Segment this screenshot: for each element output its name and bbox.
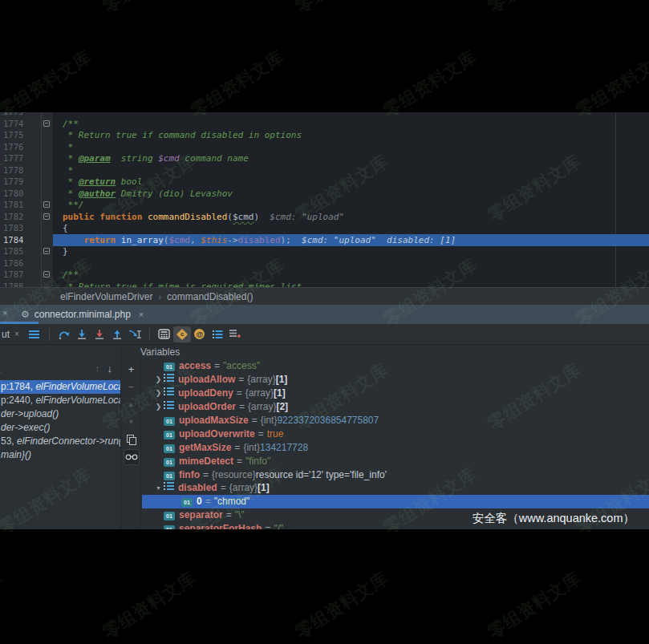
variable-value: 9223372036854775807	[277, 415, 379, 426]
move-watch-down-icon[interactable]: ▼	[124, 414, 140, 430]
new-watch-icon[interactable]: +	[124, 361, 140, 377]
stack-frame-row[interactable]: p:2440, elFinderVolumeLocalFil	[0, 394, 120, 407]
toolbar-separator	[149, 328, 150, 341]
run-to-cursor-icon[interactable]	[126, 326, 144, 342]
step-over-icon[interactable]	[55, 326, 73, 342]
line-number: 1778	[3, 164, 35, 176]
stack-frame-row[interactable]: main}()	[0, 448, 120, 462]
next-frame-icon[interactable]: ↓	[107, 363, 113, 375]
variable-value: [2]	[276, 401, 288, 412]
tab-connector-minimal-php[interactable]: ⚙ connector.minimal.php ×	[21, 305, 144, 324]
numeric-keys-toggle[interactable]	[209, 326, 226, 342]
hamburger-icon[interactable]	[26, 326, 43, 342]
variable-row[interactable]: ❯uploadAllow={array} [1]	[142, 373, 649, 387]
variable-row[interactable]: 010="chmod"	[142, 495, 649, 508]
primitive-value-icon: 01	[181, 496, 193, 507]
variable-row[interactable]: 01finfo={resource} resource id='12' type…	[142, 468, 649, 481]
expand-chevron-icon[interactable]: ▼	[153, 485, 164, 491]
watermark-tile: 零组资料文库	[290, 566, 392, 644]
variables-pane[interactable]: Variables 01access="access"❯uploadAllow=…	[142, 345, 649, 529]
stack-frame-row[interactable]: 53, elFinderConnector->run()	[0, 435, 120, 448]
fold-marker-icon[interactable]	[43, 213, 50, 220]
line-number: 1787	[3, 269, 35, 281]
watches-toolbar: +−▲▼	[122, 359, 141, 529]
superglobals-toggle[interactable]: @	[191, 326, 209, 342]
expand-chevron-icon[interactable]: ❯	[153, 389, 164, 397]
expand-chevron-icon[interactable]: ❯	[153, 375, 164, 383]
array-value-icon	[164, 387, 174, 399]
remove-watch-icon[interactable]: −	[124, 379, 140, 395]
add-to-watches-icon[interactable]	[226, 326, 244, 342]
code-editor[interactable]: 17731774/**1775 * Return true if command…	[0, 112, 649, 287]
step-into-icon[interactable]	[73, 326, 91, 342]
variable-row[interactable]: ❯uploadOrder={array} [2]	[142, 400, 649, 414]
variable-value: [1]	[258, 482, 270, 493]
variable-row[interactable]: 01mimeDetect="finfo"	[142, 454, 649, 468]
variable-row[interactable]: ❯uploadDeny={array} [1]	[142, 387, 649, 400]
step-out-icon[interactable]	[108, 326, 126, 342]
close-icon[interactable]: ×	[139, 310, 144, 319]
fold-marker-icon[interactable]	[43, 271, 50, 277]
previous-frame-icon[interactable]: ↑	[95, 363, 100, 375]
code-line: 1775 * Return true if command disabled i…	[0, 129, 649, 141]
line-number: 1777	[3, 152, 35, 164]
console-tab-fragment[interactable]: ut	[2, 329, 10, 340]
variable-row[interactable]: 01access="access"	[142, 359, 649, 373]
breadcrumb-method[interactable]: commandDisabled()	[167, 291, 253, 302]
watermark-tile: 零组资料文库	[98, 0, 200, 19]
array-value-icon	[164, 482, 174, 493]
stack-frame-row[interactable]: p:1784, elFinderVolumeLocalFi	[0, 380, 120, 394]
line-number: 1783	[3, 222, 35, 234]
variable-row[interactable]: 01uploadOverwrite=true	[142, 427, 649, 440]
variable-name: uploadOverwrite	[179, 428, 255, 439]
primitive-value-icon: 01	[164, 428, 175, 439]
evaluate-expression-icon[interactable]	[156, 326, 173, 342]
variable-value: {array}	[247, 374, 275, 385]
primitive-value-icon: 01	[164, 456, 175, 467]
variable-name: 0	[197, 496, 202, 507]
close-icon[interactable]: ×	[2, 308, 7, 318]
stack-frame-row[interactable]: der->exec()	[0, 421, 120, 435]
variable-value: "\"	[235, 509, 245, 520]
editor-tab-bar: × ⚙ connector.minimal.php ×	[0, 305, 649, 324]
primitive-value-icon: 01	[164, 415, 175, 426]
code-line: 1787/**	[0, 269, 649, 281]
line-number: 1781	[3, 199, 35, 211]
variable-row[interactable]: 01uploadMaxSize={int} 922337203685477580…	[142, 414, 649, 427]
breadcrumb: elFinderVolumeDriver › commandDisabled()	[0, 287, 649, 305]
fold-marker-icon[interactable]	[43, 120, 50, 127]
ide-screenshot: 17731774/**1775 * Return true if command…	[0, 0, 649, 644]
expand-chevron-icon[interactable]: ❯	[153, 403, 164, 411]
code-line: 1788 * Return true if mime is required m…	[0, 281, 649, 288]
variable-row[interactable]: 01getMaxSize={int} 134217728	[142, 440, 649, 454]
code-line: 1786	[0, 257, 649, 269]
primitive-value-icon: 01	[164, 469, 175, 480]
variable-name: uploadOrder	[178, 401, 236, 412]
php-config-file-icon: ⚙	[21, 310, 30, 319]
fold-marker-icon[interactable]	[43, 201, 50, 208]
move-watch-up-icon[interactable]: ▲	[124, 396, 140, 412]
variable-name: mimeDetect	[179, 456, 233, 467]
stack-frame-row[interactable]: der->upload()	[0, 407, 120, 421]
show-watches-toggle[interactable]	[124, 449, 140, 465]
fold-marker-icon[interactable]	[43, 248, 50, 254]
frames-pane[interactable]: ↑ ↓ p:1784, elFinderVolumeLocalFip:2440,…	[0, 345, 121, 529]
variable-value: "chmod"	[214, 496, 250, 507]
variable-name: separatorForHash	[179, 523, 262, 529]
breadcrumb-class[interactable]: elFinderVolumeDriver	[60, 291, 152, 302]
variable-row[interactable]: ▼disabled={array} [1]	[142, 481, 649, 495]
variable-name: finfo	[179, 469, 200, 480]
primitive-value-icon: 01	[164, 509, 175, 520]
variable-name: uploadAllow	[178, 374, 235, 385]
variable-value: "access"	[223, 360, 260, 371]
watermark-tile: 零组资料文库	[186, 45, 288, 123]
variable-value: 134217728	[260, 442, 308, 453]
code-line: 1785}	[0, 245, 649, 257]
force-step-into-icon[interactable]	[91, 326, 108, 342]
close-icon[interactable]: ×	[14, 330, 19, 338]
line-number: 1786	[3, 257, 35, 269]
code-line: 1782public function commandDisabled($cmd…	[0, 211, 649, 223]
duplicate-watch-icon[interactable]	[124, 431, 140, 448]
line-number: 1779	[3, 176, 35, 188]
show-constants-toggle[interactable]: c	[173, 326, 191, 342]
